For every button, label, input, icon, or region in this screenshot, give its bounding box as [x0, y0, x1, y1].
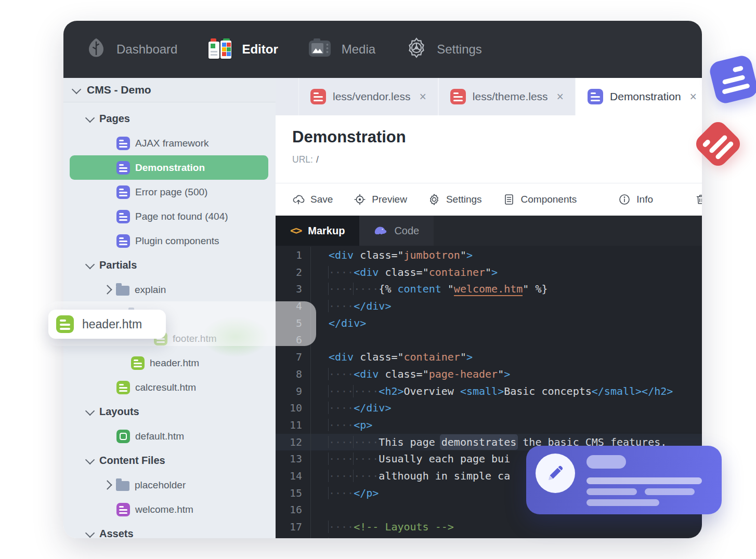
tab-label: Demonstration — [610, 90, 681, 103]
sidebar-section-pages[interactable]: Pages — [63, 107, 276, 131]
nav-item-settings[interactable]: Settings — [406, 37, 482, 62]
sidebar-section-content-files[interactable]: Content Files — [63, 448, 276, 473]
code-line: 4····</div> — [276, 298, 702, 315]
media-camera-icon — [308, 37, 332, 61]
page-url: URL:/ — [292, 154, 702, 165]
tab-demonstration[interactable]: Demonstration × — [576, 78, 702, 115]
sidebar-item-calcresult-htm[interactable]: calcresult.htm — [63, 375, 276, 400]
code-line-text: ········<h2>Overview <small>Basic concep… — [311, 383, 673, 400]
code-line-text: <div class="container"> — [311, 349, 473, 366]
page-file-icon — [588, 89, 603, 104]
save-button[interactable]: Save — [292, 193, 333, 206]
tree-label: Page not found (404) — [135, 211, 228, 222]
tab-code[interactable]: Code — [359, 216, 434, 246]
chevron-down-icon — [85, 528, 95, 538]
partial-file-icon — [116, 381, 130, 394]
edit-info-card — [526, 446, 722, 514]
sidebar-section-partials[interactable]: Partials — [63, 253, 276, 277]
sidebar-item-ajax-framework[interactable]: AJAX framework — [63, 131, 276, 155]
skeleton-line — [586, 499, 659, 506]
code-line-text: ····</div> — [311, 298, 391, 315]
nav-label: Dashboard — [116, 42, 177, 57]
sidebar-item-demonstration[interactable]: Demonstration — [70, 155, 268, 180]
code-line: 6 — [276, 331, 702, 349]
code-line-text: ····<h2>Layouts </h2> — [311, 536, 460, 538]
delete-button[interactable] — [695, 193, 702, 206]
line-number: 2 — [276, 264, 311, 281]
drag-file-label: header.htm — [82, 317, 142, 331]
top-nav: Dashboard Editor Media Settings — [63, 21, 702, 78]
code-line: 8····<div class="page-header"> — [276, 366, 702, 383]
tree-label: Pages — [99, 113, 130, 125]
chevron-down-icon — [85, 406, 95, 416]
settings-button[interactable]: Settings — [428, 193, 482, 206]
tree-label: Error page (500) — [135, 187, 207, 198]
close-icon[interactable]: × — [419, 90, 426, 104]
editor-pages-icon — [207, 38, 232, 60]
theme-name: CMS - Demo — [87, 84, 151, 96]
code-line-text: ········although in simple ca — [311, 468, 510, 485]
close-icon[interactable]: × — [690, 90, 697, 104]
chevron-right-icon — [102, 285, 112, 294]
tree-label: welcome.htm — [135, 504, 193, 515]
code-line-text: ····</div> — [311, 400, 391, 417]
code-line: 7<div class="container"> — [276, 349, 702, 366]
code-line-text: <div class="jumbotron"> — [311, 247, 473, 264]
tree-label: Plugin components — [135, 235, 219, 247]
skeleton-line — [586, 477, 702, 484]
document-tab-bar: less/vendor.less × less/theme.less × Dem… — [276, 78, 702, 115]
nav-label: Settings — [437, 42, 482, 57]
october-leaf-icon — [85, 37, 107, 62]
preview-button[interactable]: Preview — [354, 193, 407, 206]
chevron-down-icon — [85, 113, 95, 123]
line-number: 11 — [276, 417, 311, 434]
sidebar-theme-header[interactable]: CMS - Demo — [63, 78, 276, 102]
sidebar-item-welcome-htm[interactable]: welcome.htm — [63, 497, 276, 522]
line-number: 16 — [276, 501, 311, 518]
code-line: 1<div class="jumbotron"> — [276, 247, 702, 264]
tree-label: explain — [135, 284, 166, 296]
cloud-upload-icon — [292, 193, 305, 206]
chevron-right-icon — [102, 480, 112, 489]
nav-item-editor[interactable]: Editor — [207, 38, 278, 60]
partial-file-icon — [131, 356, 145, 370]
tree-label: Demonstration — [135, 162, 205, 174]
sidebar-folder-placeholder[interactable]: placeholder — [63, 473, 276, 497]
sidebar-item-default-htm[interactable]: default.htm — [63, 424, 276, 448]
tab-less-vendor[interactable]: less/vendor.less × — [298, 78, 438, 115]
tab-markup[interactable]: <> Markup — [276, 216, 359, 246]
code-line-text: ····<div class="container"> — [311, 264, 498, 281]
sidebar-item-plugin-components[interactable]: Plugin components — [63, 229, 276, 253]
close-icon[interactable]: × — [557, 90, 564, 104]
skeleton-line — [586, 488, 637, 495]
page-note-icon — [708, 54, 756, 105]
components-button[interactable]: Components — [503, 193, 577, 206]
info-button[interactable]: Info — [618, 193, 653, 206]
code-line-text: ····<!-- Layouts --> — [311, 518, 454, 536]
sidebar-item-error-page-500[interactable]: Error page (500) — [63, 180, 276, 204]
php-elephant-icon — [374, 224, 387, 238]
line-number: 1 — [276, 247, 311, 264]
sidebar-section-layouts[interactable]: Layouts — [63, 400, 276, 424]
gear-icon — [406, 37, 427, 62]
nav-label: Editor — [242, 42, 278, 57]
sidebar-item-page-not-found-404[interactable]: Page not found (404) — [63, 204, 276, 229]
nav-item-media[interactable]: Media — [308, 37, 375, 61]
tab-label: less/vendor.less — [333, 90, 410, 103]
partial-file-icon — [56, 315, 74, 333]
document-header: Demonstration URL:/ — [276, 115, 702, 183]
tree-label: AJAX framework — [135, 138, 208, 149]
page-title: Demonstration — [292, 128, 702, 147]
drag-preview-card[interactable]: header.htm — [48, 310, 166, 339]
target-icon — [354, 193, 366, 206]
tree-label: default.htm — [135, 431, 184, 442]
code-line: 2····<div class="container"> — [276, 264, 702, 281]
sidebar-section-assets[interactable]: Assets — [63, 522, 276, 538]
nav-item-dashboard[interactable]: Dashboard — [85, 37, 177, 62]
code-line-text: ········Usually each page bui — [311, 450, 510, 468]
tab-less-theme[interactable]: less/theme.less × — [438, 78, 576, 115]
line-number: 15 — [276, 485, 311, 502]
chevron-down-icon — [85, 455, 95, 464]
sidebar-folder-explain[interactable]: explain — [63, 277, 276, 302]
tree-label: Layouts — [99, 406, 139, 418]
